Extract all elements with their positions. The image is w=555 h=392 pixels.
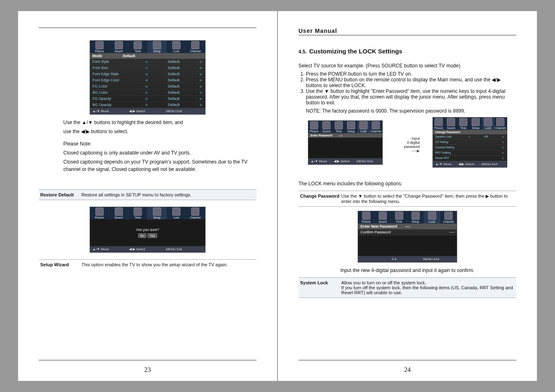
tab-label: Lock — [485, 127, 491, 129]
row-value: ---- — [405, 224, 410, 228]
time-icon — [395, 212, 403, 220]
osd-header: Mode Default — [90, 53, 205, 59]
tab-setup: Setup — [345, 121, 358, 133]
channel-icon — [372, 121, 380, 129]
sound-icon — [447, 118, 455, 126]
hint-num: 0-9 — [392, 257, 423, 261]
hint-select: ◀/▶ Select — [129, 247, 166, 251]
sound-icon — [115, 41, 123, 49]
tab-label: Time — [135, 216, 141, 219]
picture-icon — [95, 208, 104, 216]
tab-lock: Lock — [167, 41, 186, 53]
setup-icon — [472, 118, 480, 126]
no-button[interactable]: No — [138, 233, 146, 238]
step-text: Use the ▼ button to highlight "Enter Pas… — [306, 88, 505, 106]
arrow-right-icon: ▶ — [200, 97, 203, 101]
desc-line: If you turn off the system lock, then th… — [341, 285, 515, 295]
lock-icon — [359, 121, 368, 129]
tab-sound: Sound — [109, 207, 129, 219]
picture-icon — [95, 41, 104, 49]
hint-select: ◀/▶ Select — [458, 162, 481, 166]
hint-move: ▲/▼ Move — [311, 159, 334, 163]
option-desc: This option enables the TV to show you t… — [81, 262, 255, 267]
tab-setup: Setup — [148, 41, 167, 53]
page-right: User Manual 4.5. Customizing the LOCK Se… — [278, 11, 537, 381]
tab-label: Lock — [429, 220, 435, 223]
row-label: FG Opacity — [92, 97, 145, 101]
annotation: Input 4-digital password ──▶ — [395, 136, 420, 153]
arrow-left-icon: ◀ — [145, 78, 148, 82]
tab-label: Channel — [370, 130, 381, 133]
option-table: System Lock Allow you to turn on or off … — [298, 277, 516, 298]
row-label: Font Style — [92, 60, 145, 64]
section-number: 4.5. — [298, 49, 307, 55]
time-icon — [134, 208, 142, 216]
confirm-text: Input the new 4-digital password and inp… — [298, 267, 516, 274]
row-label: FG Color — [92, 84, 145, 88]
row-label: Enter New Password — [361, 224, 397, 228]
sound-icon — [115, 208, 123, 216]
desc-line: Allow you to turn on or off the system l… — [341, 280, 515, 285]
top-rule — [298, 35, 516, 35]
sound-icon — [322, 121, 331, 129]
annotation-label: Input — [395, 136, 420, 141]
tab-label: Sound — [114, 216, 123, 219]
time-icon — [335, 121, 343, 129]
row-value: ---- — [339, 134, 342, 137]
tab-channel: Channel — [370, 121, 382, 133]
page-spread: Picture Sound Time Setup Lock Channel Mo… — [18, 11, 537, 381]
tab-label: Sound — [447, 127, 455, 129]
channel-icon — [444, 212, 453, 220]
arrow-left-icon: ◀ — [145, 97, 148, 101]
arrow-left-icon: ◀ — [145, 103, 148, 107]
row-value: Default — [148, 90, 200, 95]
tab-label: Picture — [95, 50, 104, 53]
hint-exit: MENU Exit — [357, 159, 380, 163]
tab-lock: Lock — [424, 211, 440, 224]
lock-icon — [484, 118, 492, 126]
page-left: Picture Sound Time Setup Lock Channel Mo… — [18, 11, 277, 381]
row-value: Default — [148, 103, 200, 107]
tab-picture: Picture — [433, 118, 445, 130]
note-line: Closed captioning depends on your TV pro… — [63, 158, 257, 173]
row-value: Default — [148, 78, 200, 82]
arrow-left-icon: ◀ — [145, 72, 148, 76]
instruction-line: Use the ▲/▼ buttons to highlight the des… — [63, 119, 257, 126]
row-label: Font Edge Color — [92, 78, 145, 82]
tab-setup: Setup — [407, 211, 424, 224]
row-value: Default — [148, 72, 200, 76]
arrow-left-icon: ◀ — [145, 84, 148, 88]
tab-label: Setup — [472, 127, 479, 129]
osd-row: FG Opacity◀Default▶ — [90, 96, 205, 102]
tab-picture: Picture — [90, 41, 109, 53]
step-item: Press the MENU button on the remote cont… — [306, 77, 516, 88]
table-row: Restore Default Restore all settings in … — [39, 189, 257, 200]
tab-time: Time — [128, 41, 148, 53]
tab-time: Time — [391, 211, 407, 224]
osd-row: BG Opacity◀Default▶ — [90, 102, 205, 108]
page-title: User Manual — [298, 28, 516, 34]
option-desc: Restore all settings in SETUP menu to fa… — [81, 192, 255, 197]
tab-sound: Sound — [375, 211, 391, 224]
option-desc: Allow you to turn on or off the system l… — [341, 280, 515, 295]
row-label: Confirm Password — [361, 230, 449, 234]
confirm-msg: Are you sure? — [90, 228, 205, 232]
tab-picture: Picture — [358, 211, 375, 224]
osd-lock-menu: Picture Sound Time Setup Lock Channel Ch… — [432, 117, 507, 168]
header-value: Default — [123, 54, 136, 58]
tab-label: Picture — [434, 127, 443, 129]
time-icon — [134, 41, 142, 49]
tab-sound: Sound — [109, 41, 129, 53]
osd-row: System Lock◀Off▶ — [433, 134, 507, 140]
step-item: Press the POWER button to turn the LED T… — [306, 71, 516, 77]
confirm-body: Are you sure? No Yes — [90, 219, 205, 246]
screenshot-row: Picture Sound Time Setup Lock Channel En… — [298, 117, 516, 172]
yes-button[interactable]: Yes — [148, 233, 157, 238]
osd-tabs: Picture Sound Time Setup Lock Channel — [308, 121, 382, 133]
tab-label: Lock — [361, 130, 367, 133]
osd-row: Font Edge Color◀Default▶ — [90, 77, 205, 83]
row-value: Off — [470, 135, 502, 138]
row-value: Default — [148, 60, 200, 64]
arrow-right-icon: ▶ — [502, 141, 504, 144]
intro-text: Select TV source for example. (Press SOU… — [298, 62, 516, 69]
